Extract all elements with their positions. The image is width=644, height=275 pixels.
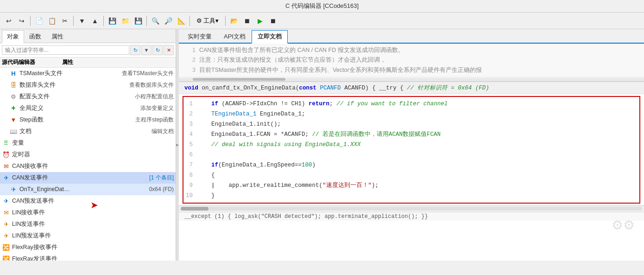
search-refresh-btn[interactable]: ↻ [130, 45, 140, 55]
search-bar: ↻ ▼ ↻ ✕ [0, 43, 176, 58]
new-button[interactable]: 📄 [33, 15, 45, 27]
tab-functions[interactable]: 函数 [24, 30, 46, 43]
bottom-line-text: __except (1) { log_ask("CRASH detected")… [184, 213, 428, 220]
window-title: C 代码编辑器 [CCode5163] [285, 2, 359, 9]
db-icon: 🗄 [9, 81, 18, 89]
config-icon: ⚙ [9, 92, 18, 101]
timer-icon: ⏰ [2, 150, 10, 159]
line-num-10: 10 [183, 191, 197, 200]
comment-line-2: 2 注意：只有发送成功的报文（成功被其它节点应答）才会进入此回调， [186, 55, 637, 65]
line-content-6 [197, 150, 639, 160]
down-arrow-button[interactable]: ▼ [76, 15, 88, 27]
list-item[interactable]: 📖 文档 编辑文档 [0, 126, 176, 137]
global-icon: + [9, 104, 18, 112]
save2-button[interactable]: 💾 [132, 15, 144, 27]
list-item[interactable]: ▼ Step函数 主程序step函数 [0, 114, 176, 126]
search-close-btn[interactable]: ✕ [164, 45, 174, 55]
line-num-8: 8 [183, 171, 197, 180]
redo-button[interactable]: ↪ [16, 15, 28, 27]
comment-line-1: 1 CAN发送事件组包含了所有已定义的 CAN / CAN FD 报文发送成功回… [186, 45, 637, 55]
list-item[interactable]: ✉ LIN接收事件 [0, 207, 176, 218]
ruler-button[interactable]: 📐 [175, 15, 187, 27]
list-item[interactable]: H TSMaster头文件 查看TSMaster头文件 [0, 68, 176, 79]
tree-item-value: 小程序配置信息 [118, 93, 174, 101]
comment-scrollbar[interactable] [179, 78, 644, 82]
tree-item-label: CAN接收事件 [12, 162, 174, 170]
list-item[interactable]: ⏰ 定时器 [0, 149, 176, 160]
left-tabs: 对象 函数 属性 [0, 29, 176, 43]
tree-item-value: 查看数据库头文件 [118, 81, 174, 89]
up-arrow-button[interactable]: ▲ [89, 15, 101, 27]
can-send-event-item[interactable]: ✈ CAN发送事件 [1 个条目] [0, 172, 176, 184]
list-item[interactable]: ⠿ 变量 [0, 137, 176, 149]
tools-menu[interactable]: ⚙ 工具▾ [192, 15, 223, 27]
search2-button[interactable]: 🔎 [162, 15, 174, 27]
undo-button[interactable]: ↩ [3, 15, 15, 27]
title-bar: C 代码编辑器 [CCode5163] [0, 0, 644, 13]
search-refresh2-btn[interactable]: ↻ [152, 45, 163, 55]
stop2-button[interactable]: ⏹ [267, 15, 279, 27]
cut-button[interactable]: ✂ [59, 15, 71, 27]
stop-button[interactable]: ⏹ [241, 15, 253, 27]
list-item[interactable]: 🔀 FlexRay接收事件 [0, 242, 176, 253]
lin-recv-icon: ✉ [2, 208, 10, 217]
right-panel: 实时变量 API文档 立即文档 1 CAN发送事件组包含了所有已定义的 CAN … [179, 29, 644, 261]
list-item[interactable]: ✈ CAN预发送事件 [0, 195, 176, 207]
toolbar: ↩ ↪ 📄 📋 ✂ ▼ ▲ 💾 📁 💾 🔍 🔎 📐 ⚙ 工具▾ 📂 ⏹ ▶ ⏹ [0, 13, 644, 29]
tree-item-label: 变量 [12, 139, 174, 147]
tab-properties[interactable]: 属性 [46, 30, 69, 43]
line-num-2: 2 [183, 109, 197, 119]
save1-button[interactable]: 💾 [106, 15, 118, 27]
line-content-7: if(EngineData_1.EngSpeed==100) [197, 160, 639, 170]
line-num-5: 5 [183, 140, 197, 149]
line-num-3: 3 [183, 120, 197, 129]
var-icon: ⠿ [2, 139, 10, 147]
flexray-send-icon: 🔀 [2, 255, 10, 261]
list-item[interactable]: ✈ LIN发送事件 [0, 218, 176, 230]
lin-pre-icon: ✈ [2, 231, 10, 240]
tab-instant-doc[interactable]: 立即文档 [252, 30, 288, 44]
toolbar-sep-4 [146, 16, 147, 26]
tree-item-label: LIN发送事件 [12, 220, 174, 228]
copy-button[interactable]: 📋 [46, 15, 58, 27]
comment-num-3: 3 [186, 65, 196, 75]
play-button[interactable]: ▶ [254, 15, 266, 27]
left-panel: 对象 函数 属性 ↻ ▼ ↻ ✕ 源代码编辑器 属性 H TSMaster头文件… [0, 29, 176, 261]
list-item[interactable]: ⚙ 配置头文件 小程序配置信息 [0, 91, 176, 102]
tab-realtime[interactable]: 实时变量 [182, 30, 218, 43]
ontx-value: 0x64 (FD) [149, 186, 174, 192]
tree-item-label: 配置头文件 [19, 93, 118, 101]
comment-lines: 1 CAN发送事件组包含了所有已定义的 CAN / CAN FD 报文发送成功回… [179, 44, 644, 77]
comment-num-2: 2 [186, 55, 196, 65]
search-input[interactable] [2, 45, 129, 55]
search-down-btn[interactable]: ▼ [141, 45, 152, 55]
line-content-3: EngineData_1.init(); [197, 120, 639, 129]
toolbar-sep-6 [225, 16, 226, 26]
code-line-7: 7 if(EngineData_1.EngSpeed==100) [183, 160, 639, 170]
tree-header: 源代码编辑器 属性 [0, 58, 176, 68]
list-item[interactable]: 🗄 数据库头文件 查看数据库头文件 [0, 79, 176, 91]
code-line-8: 8 { [183, 170, 639, 180]
list-item[interactable]: 🔀 FlexRay发送事件 [0, 253, 176, 261]
tree-item-value: 编辑文档 [118, 128, 174, 135]
list-item[interactable]: ✈ LIN预发送事件 [0, 230, 176, 242]
tree-area: H TSMaster头文件 查看TSMaster头文件 🗄 数据库头文件 查看数… [0, 68, 176, 261]
open-button[interactable]: 📁 [119, 15, 131, 27]
list-item[interactable]: ✉ CAN接收事件 [0, 160, 176, 172]
code-line-5: 5 // deal with signals using EngineData_… [183, 140, 639, 150]
code-bottom-line: __except (1) { log_ask("CRASH detected")… [179, 212, 644, 221]
tree-item-label: 定时器 [12, 151, 174, 159]
tab-api-doc[interactable]: API文档 [218, 30, 252, 43]
comment-line-3: 3 目前TSMaster所支持的硬件中，只有同星全系列、Vector全系列和英特… [186, 65, 637, 75]
folder2-button[interactable]: 📂 [228, 15, 240, 27]
list-item[interactable]: + 全局定义 添加变量定义 [0, 102, 176, 114]
tree-item-label: 数据库头文件 [19, 81, 118, 89]
can-recv-icon: ✉ [2, 162, 10, 170]
search1-button[interactable]: 🔍 [149, 15, 161, 27]
code-line-6: 6 [183, 150, 639, 160]
tree-item-value: 添加变量定义 [118, 104, 174, 112]
tab-objects[interactable]: 对象 [2, 30, 24, 43]
line-num-6: 6 [183, 150, 197, 160]
ontx-engine-item[interactable]: ✈ OnTx_EngineDat… 0x64 (FD) [0, 184, 176, 195]
bottom-scrollbar[interactable] [179, 205, 644, 212]
